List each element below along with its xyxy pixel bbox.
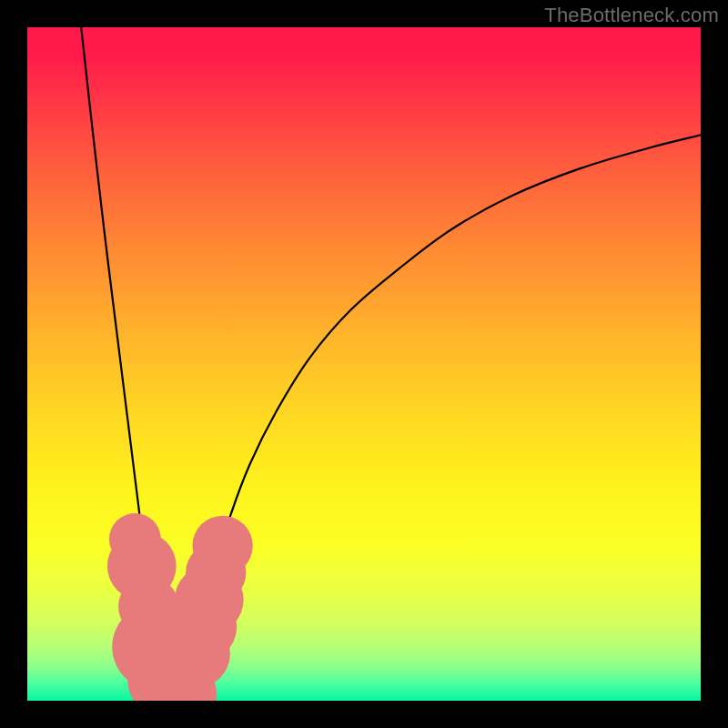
data-markers [107,513,253,701]
chart-frame: TheBottleneck.com [0,0,728,728]
chart-svg [27,27,701,701]
right-branch-curve [182,135,701,701]
watermark-text: TheBottleneck.com [544,4,719,27]
plot-area [27,27,701,701]
data-marker [192,516,252,576]
